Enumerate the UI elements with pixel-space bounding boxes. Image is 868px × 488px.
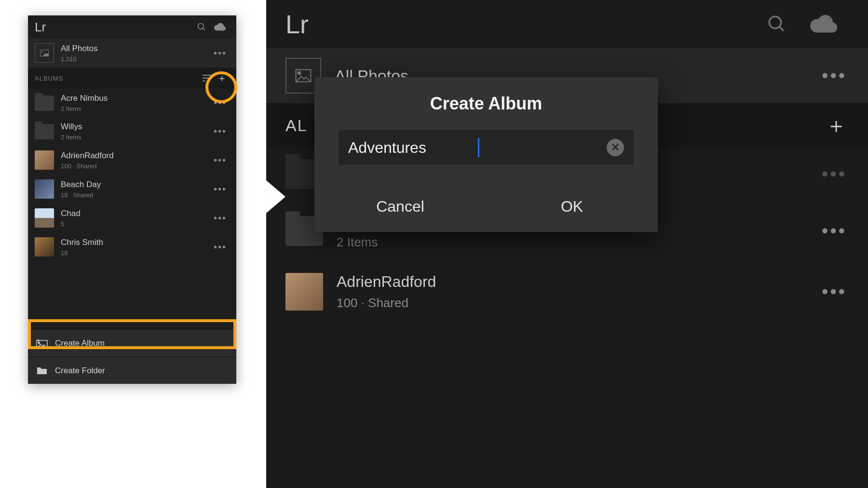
- more-icon[interactable]: •••: [211, 97, 230, 108]
- album-name: Chad: [61, 209, 211, 218]
- album-meta: 2 Items: [337, 235, 822, 250]
- cloud-icon[interactable]: [799, 15, 849, 33]
- albums-header-label: AL: [285, 116, 308, 135]
- albums-header-label: ALBUMS: [35, 75, 63, 82]
- more-icon[interactable]: •••: [822, 221, 849, 242]
- app-logo: Lr: [285, 9, 309, 39]
- album-row[interactable]: AdrienRadford100 · Shared•••: [266, 261, 868, 322]
- album-row[interactable]: Acre Nimbus2 Items•••: [28, 89, 236, 117]
- svg-line-1: [203, 28, 205, 30]
- text-caret: [478, 138, 479, 157]
- add-album-icon[interactable]: ＋: [214, 72, 230, 85]
- svg-point-0: [198, 24, 204, 29]
- album-meta: 2 Items: [61, 105, 211, 112]
- sort-icon[interactable]: [200, 74, 214, 82]
- album-row[interactable]: Chad5•••: [28, 203, 236, 232]
- add-menu: Create Album Create Folder: [28, 330, 236, 384]
- album-name: AdrienRadford: [61, 151, 211, 161]
- album-name: Beach Day: [61, 180, 211, 190]
- create-album-dialog: Create Album Adventures ✕ Cancel OK: [314, 77, 658, 232]
- all-photos-title: All Photos: [61, 44, 211, 54]
- svg-point-12: [298, 72, 301, 75]
- svg-point-9: [769, 16, 781, 28]
- album-name: Acre Nimbus: [61, 94, 211, 103]
- album-name: AdrienRadford: [337, 273, 822, 291]
- album-thumbnail: [35, 179, 54, 199]
- more-icon[interactable]: •••: [211, 213, 230, 224]
- app-logo: Lr: [35, 20, 46, 35]
- app-header-zoom: Lr: [266, 0, 868, 48]
- folder-icon: [35, 95, 54, 111]
- more-icon[interactable]: •••: [822, 66, 849, 86]
- lightroom-sidebar: Lr All Photos 1,310 ••• ALBUMS ＋: [28, 15, 236, 384]
- album-thumbnail: [285, 273, 323, 311]
- search-icon[interactable]: [755, 14, 799, 34]
- album-name: Chris Smith: [61, 238, 211, 247]
- album-row[interactable]: Chris Smith16•••: [28, 232, 236, 261]
- more-icon[interactable]: •••: [211, 155, 230, 166]
- more-icon[interactable]: •••: [822, 282, 849, 302]
- more-icon[interactable]: •••: [211, 126, 230, 137]
- album-meta: 100 · Shared: [337, 296, 822, 311]
- folder-icon: [36, 366, 48, 376]
- create-folder-label: Create Folder: [55, 366, 105, 376]
- step-arrow-icon: [266, 180, 285, 213]
- album-meta: 16: [61, 249, 211, 257]
- ok-button[interactable]: OK: [486, 184, 658, 232]
- create-album-label: Create Album: [55, 339, 105, 348]
- create-album-action[interactable]: Create Album: [28, 330, 236, 356]
- album-row[interactable]: Beach Day18 · Shared•••: [28, 175, 236, 203]
- album-row[interactable]: Willys2 Items•••: [28, 117, 236, 146]
- add-photo-icon: [36, 339, 48, 348]
- album-meta: 100 · Shared: [61, 163, 211, 170]
- more-icon[interactable]: •••: [211, 184, 230, 195]
- albums-header: ALBUMS ＋: [28, 68, 236, 89]
- folder-icon: [35, 124, 54, 139]
- album-thumbnail: [35, 208, 54, 228]
- all-photos-count: 1,310: [61, 55, 211, 63]
- search-icon[interactable]: [193, 19, 210, 35]
- add-album-icon[interactable]: ＋: [824, 111, 849, 140]
- photo-icon: [35, 43, 54, 63]
- album-row[interactable]: AdrienRadford100 · Shared•••: [28, 146, 236, 175]
- create-folder-action[interactable]: Create Folder: [28, 357, 236, 384]
- more-icon[interactable]: •••: [211, 242, 230, 253]
- svg-line-10: [779, 27, 784, 31]
- album-name-value: Adventures: [348, 139, 476, 157]
- album-meta: 18 · Shared: [61, 191, 211, 199]
- svg-point-6: [38, 342, 40, 343]
- more-icon[interactable]: •••: [822, 164, 849, 185]
- album-meta: 5: [61, 220, 211, 228]
- album-meta: 2 Items: [61, 134, 211, 141]
- all-photos-row[interactable]: All Photos 1,310 •••: [28, 39, 236, 68]
- album-name-field[interactable]: Adventures ✕: [339, 130, 634, 165]
- album-thumbnail: [35, 237, 54, 257]
- lightroom-sidebar-zoom: Lr All Photos ••• AL ＋: [266, 0, 868, 488]
- album-thumbnail: [35, 150, 54, 170]
- cancel-button[interactable]: Cancel: [314, 184, 486, 232]
- app-header: Lr: [28, 15, 236, 39]
- more-icon[interactable]: •••: [211, 48, 230, 59]
- dialog-title: Create Album: [314, 94, 658, 114]
- cloud-icon[interactable]: [210, 20, 230, 34]
- album-name: Willys: [61, 122, 211, 132]
- clear-input-icon[interactable]: ✕: [607, 139, 624, 156]
